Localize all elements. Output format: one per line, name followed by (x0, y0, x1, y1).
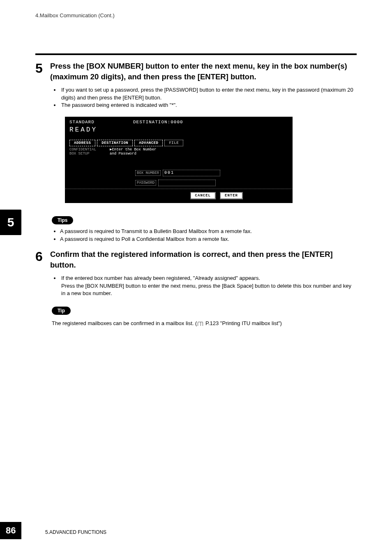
lcd-password-value[interactable] (158, 180, 216, 186)
step-5-number: 5 (35, 61, 50, 109)
lcd-tab-advanced[interactable]: ADVANCED (134, 140, 163, 146)
section-divider (35, 53, 357, 55)
book-icon (198, 322, 203, 326)
step-5-body: Press the [BOX NUMBER] button to enter t… (50, 61, 357, 109)
lcd-bottom-bar: CANCEL ENTER (65, 189, 292, 203)
footer: 86 5.ADVANCED FUNCTIONS (0, 523, 392, 539)
footer-text: 5.ADVANCED FUNCTIONS (45, 529, 106, 535)
lcd-ready: READY (69, 126, 97, 134)
content-area: 5 Press the [BOX NUMBER] button to enter… (35, 61, 357, 332)
lcd-tabs: ADDRESS DESTINATION ADVANCED FILE (69, 140, 183, 146)
step-6-bullet-1: If the entered box number has already be… (60, 275, 357, 298)
tips-bullets: A password is required to Transmit to a … (60, 228, 357, 243)
step-5-bullet-1: If you want to set up a password, press … (60, 86, 357, 102)
lcd-destination: DESTINATION:0000 (133, 120, 183, 125)
step-6-number: 6 (35, 249, 50, 298)
tip-pill: Tip (52, 307, 71, 315)
lcd-standard: STANDARD (69, 120, 95, 125)
lcd-confidential-label: CONFIDENTIAL BOX SETUP (69, 148, 96, 156)
lcd-box-number-row: BOX NUMBER 001 (135, 170, 220, 176)
step-6-title: Confirm that the registered information … (50, 249, 357, 270)
lcd-screenshot: STANDARD DESTINATION:0000 READY ADDRESS … (65, 117, 293, 203)
lcd-box-number-value[interactable]: 001 (163, 170, 220, 176)
lcd-password-button[interactable]: PASSWORD (135, 180, 156, 186)
step-5-bullet-2: The password being entered is indicated … (60, 102, 357, 109)
lcd-buttons: CANCEL ENTER (190, 192, 243, 199)
lcd-box-number-button[interactable]: BOX NUMBER (135, 170, 161, 176)
tips-bullet-1: A password is required to Transmit to a … (60, 228, 357, 235)
step-6-body: Confirm that the registered information … (50, 249, 357, 298)
step-5-bullets: If you want to set up a password, press … (60, 86, 357, 110)
step-5: 5 Press the [BOX NUMBER] button to enter… (35, 61, 357, 109)
lcd-enter-button[interactable]: ENTER (220, 192, 243, 199)
step-6: 6 Confirm that the registered informatio… (35, 249, 357, 298)
step-6-bullets: If the entered box number has already be… (60, 275, 357, 298)
tips-pill: Tips (52, 216, 73, 224)
lcd-tab-file[interactable]: FILE (164, 140, 183, 146)
lcd-password-row: PASSWORD (135, 180, 216, 186)
step-5-title: Press the [BOX NUMBER] button to enter t… (50, 61, 357, 82)
lcd-cancel-button[interactable]: CANCEL (190, 192, 216, 199)
page-number: 86 (0, 522, 21, 539)
lcd-tab-destination[interactable]: DESTINATION (97, 140, 133, 146)
lcd-enter-prompt: ▶Enter the Box Number and Password (110, 148, 156, 156)
breadcrumb: 4.Mailbox Communication (Cont.) (35, 12, 115, 18)
tips-bullet-2: A password is required to Poll a Confide… (60, 235, 357, 243)
lcd-tab-address[interactable]: ADDRESS (69, 140, 95, 146)
side-chapter-tab: 5 (0, 210, 21, 235)
tip-text: The registered mailboxes can be confirme… (52, 320, 357, 327)
